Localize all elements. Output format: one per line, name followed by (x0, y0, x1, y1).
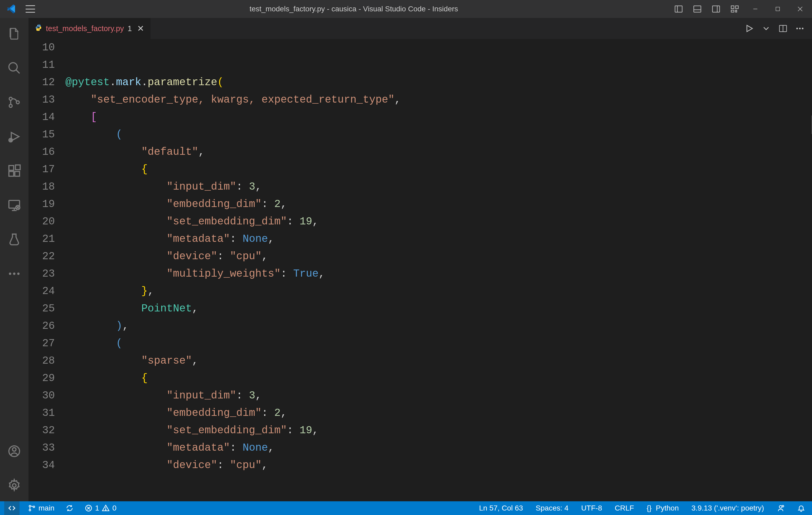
code-line[interactable]: "input_dim": 3, (65, 387, 762, 404)
layout-left-icon[interactable] (672, 3, 685, 15)
code-line[interactable]: "embedding_dim": 2, (65, 404, 762, 422)
window-close-icon[interactable] (792, 2, 808, 16)
code-line[interactable] (65, 56, 762, 74)
svg-point-55 (106, 510, 106, 510)
search-icon[interactable] (0, 55, 28, 81)
status-encoding[interactable]: UTF-8 (578, 501, 605, 515)
layout-right-icon[interactable] (710, 3, 722, 15)
menu-icon[interactable] (26, 5, 35, 13)
code-line[interactable] (65, 39, 762, 56)
python-file-icon (35, 24, 42, 33)
code-line[interactable]: ), (65, 317, 762, 335)
code-line[interactable]: ( (65, 126, 762, 143)
svg-point-38 (12, 448, 16, 452)
code-line[interactable]: "set_embedding_dim": 19, (65, 422, 762, 439)
code-line[interactable]: "input_dim": 3, (65, 178, 762, 196)
svg-point-48 (29, 505, 31, 507)
status-spaces[interactable]: Spaces: 4 (533, 501, 571, 515)
tab-close-icon[interactable]: ✕ (137, 24, 144, 33)
extensions-icon[interactable] (0, 158, 28, 184)
window-minimize-icon[interactable] (747, 2, 763, 16)
editor-area: 1011121314151617181920212223242526272829… (28, 39, 812, 501)
svg-point-16 (9, 97, 12, 100)
split-editor-icon[interactable] (778, 24, 788, 33)
line-number: 12 (28, 74, 55, 91)
svg-point-17 (9, 105, 12, 107)
code-line[interactable]: "metadata": None, (65, 439, 762, 457)
line-number: 13 (28, 91, 55, 109)
remote-indicator-icon[interactable] (4, 501, 20, 515)
window-maximize-icon[interactable] (770, 2, 786, 16)
status-bell-icon[interactable] (794, 501, 808, 515)
editor-actions (745, 24, 812, 33)
svg-point-34 (9, 273, 11, 275)
code-content[interactable]: @pytest.mark.parametrize( "set_encoder_t… (65, 39, 762, 501)
code-line[interactable]: }, (65, 283, 762, 300)
svg-point-46 (799, 28, 801, 29)
code-line[interactable]: "metadata": None, (65, 230, 762, 248)
svg-point-47 (802, 28, 804, 29)
tabs-left: test_models_factory.py 1 ✕ (28, 18, 151, 39)
source-control-icon[interactable] (0, 89, 28, 115)
status-left: main 1 0 (4, 501, 119, 515)
code-line[interactable]: { (65, 370, 762, 387)
line-number: 11 (28, 56, 55, 74)
tab-active[interactable]: test_models_factory.py 1 ✕ (28, 18, 151, 39)
title-bar-left (3, 4, 35, 14)
code-line[interactable]: "device": "cpu", (65, 248, 762, 265)
svg-rect-7 (735, 6, 738, 9)
status-right: Ln 57, Col 63 Spaces: 4 UTF-8 CRLF {} Py… (476, 501, 808, 515)
line-number: 15 (28, 126, 55, 143)
svg-rect-26 (16, 165, 20, 170)
tab-filename: test_models_factory.py (46, 24, 124, 33)
settings-gear-icon[interactable] (0, 472, 28, 499)
code-line[interactable]: ( (65, 335, 762, 352)
code-line[interactable]: [ (65, 109, 762, 126)
status-problems[interactable]: 1 0 (82, 501, 119, 515)
layout-customize-icon[interactable] (729, 3, 741, 15)
line-number: 17 (28, 161, 55, 178)
svg-point-14 (9, 63, 18, 71)
svg-point-41 (39, 30, 39, 30)
code-line[interactable]: "set_embedding_dim": 19, (65, 213, 762, 230)
status-branch[interactable]: main (25, 501, 57, 515)
status-eol[interactable]: CRLF (612, 501, 637, 515)
svg-rect-25 (15, 171, 20, 176)
status-language[interactable]: {} Python (644, 501, 682, 515)
status-branch-label: main (38, 504, 55, 512)
more-icon[interactable] (0, 260, 28, 287)
code-line[interactable]: "set_encoder_type, kwargs, expected_retu… (65, 91, 762, 109)
code-line[interactable]: "multiply_weights": True, (65, 265, 762, 283)
svg-point-56 (779, 506, 782, 508)
code-line[interactable]: "embedding_dim": 2, (65, 196, 762, 213)
run-debug-icon[interactable] (0, 123, 28, 150)
code-area[interactable]: 1011121314151617181920212223242526272829… (28, 39, 762, 501)
code-line[interactable]: "sparse", (65, 352, 762, 370)
code-line[interactable]: PointNet, (65, 300, 762, 317)
code-line[interactable]: { (65, 161, 762, 178)
code-line[interactable]: @pytest.mark.parametrize( (65, 74, 762, 91)
accounts-icon[interactable] (0, 438, 28, 464)
line-number: 29 (28, 370, 55, 387)
editor-more-icon[interactable] (795, 24, 805, 33)
status-interpreter[interactable]: 3.9.13 ('.venv': poetry) (689, 501, 767, 515)
explorer-icon[interactable] (0, 21, 28, 47)
status-feedback-icon[interactable] (774, 501, 787, 515)
svg-rect-2 (694, 6, 701, 12)
status-bar: main 1 0 Ln 57, Col 63 Spaces: 4 UTF-8 C… (0, 501, 812, 515)
activity-bar-top (0, 21, 28, 287)
main-container: test_models_factory.py 1 ✕ (0, 18, 812, 501)
layout-bottom-icon[interactable] (691, 3, 703, 15)
run-dropdown-icon[interactable] (761, 24, 771, 33)
code-line[interactable]: "device": "cpu", (65, 457, 762, 474)
line-number: 34 (28, 457, 55, 474)
svg-point-57 (782, 505, 784, 507)
run-file-icon[interactable] (745, 24, 754, 33)
svg-point-49 (29, 509, 31, 511)
status-sync-icon[interactable] (63, 501, 76, 515)
status-cursor[interactable]: Ln 57, Col 63 (476, 501, 526, 515)
remote-explorer-icon[interactable] (0, 192, 28, 218)
minimap[interactable] (762, 39, 812, 501)
testing-icon[interactable] (0, 226, 28, 253)
code-line[interactable]: "default", (65, 143, 762, 161)
